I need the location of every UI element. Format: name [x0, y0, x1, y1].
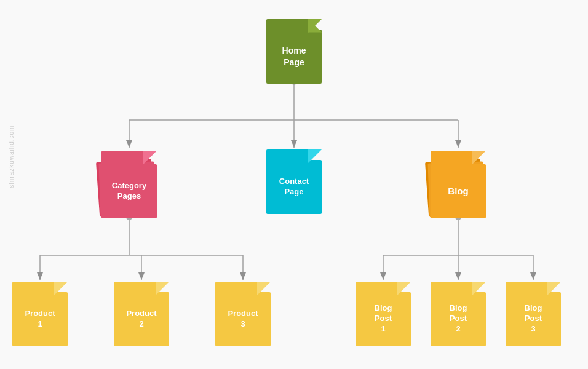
- contact-page-node: ContactPage: [266, 148, 322, 215]
- product2-label: Product2: [126, 309, 156, 330]
- svg-marker-11: [37, 272, 43, 280]
- svg-marker-15: [240, 272, 246, 280]
- watermark: shirazkuwailid.com: [8, 125, 15, 188]
- category-pages-label: CategoryPages: [112, 181, 146, 202]
- svg-marker-21: [455, 272, 461, 280]
- product1-label: Product1: [25, 309, 55, 330]
- blogpost3-label: BlogPost3: [525, 303, 542, 335]
- category-pages-node: CategoryPages: [101, 148, 163, 218]
- svg-marker-3: [126, 140, 132, 148]
- blogpost3-node: BlogPost3: [506, 280, 561, 347]
- product3-node: Product3: [215, 280, 271, 347]
- blog-label: Blog: [448, 185, 468, 197]
- svg-marker-19: [380, 272, 386, 280]
- svg-marker-23: [530, 272, 536, 280]
- site-map-diagram: Home Page CategoryPages ContactPage: [0, 0, 588, 369]
- blogpost2-label: BlogPost2: [450, 303, 467, 335]
- blogpost1-label: BlogPost1: [375, 303, 392, 335]
- blogpost2-node: BlogPost2: [431, 280, 486, 347]
- blogpost1-node: BlogPost1: [356, 280, 411, 347]
- svg-marker-7: [455, 140, 461, 148]
- home-page-node: Home Page: [266, 17, 322, 85]
- svg-marker-5: [291, 140, 297, 148]
- product2-node: Product2: [114, 280, 169, 347]
- home-page-label: Home Page: [282, 45, 306, 67]
- svg-marker-13: [138, 272, 145, 280]
- blog-node: Blog: [431, 148, 492, 218]
- contact-page-label: ContactPage: [279, 177, 309, 197]
- product1-node: Product1: [12, 280, 68, 347]
- product3-label: Product3: [228, 309, 258, 330]
